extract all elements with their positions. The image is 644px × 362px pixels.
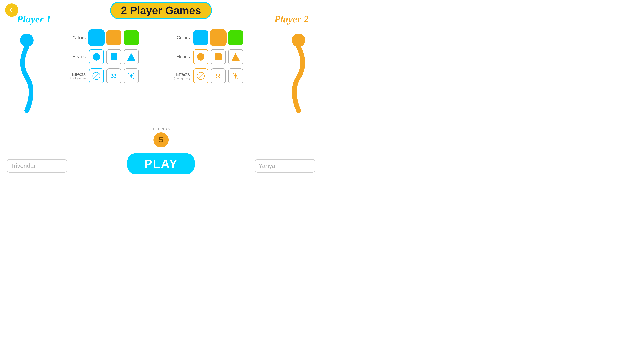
svg-point-24	[219, 77, 220, 78]
player2-head-triangle[interactable]	[228, 49, 243, 64]
svg-point-11	[113, 76, 114, 77]
player2-snake	[285, 33, 312, 117]
svg-point-23	[216, 77, 217, 78]
play-button-label: PLAY	[144, 157, 178, 170]
player2-effect-options	[193, 68, 243, 83]
player1-heads-row: Heads	[67, 49, 151, 64]
player1-effect-sparkle[interactable]	[124, 68, 139, 83]
svg-marker-4	[127, 53, 135, 60]
svg-point-29	[238, 73, 238, 74]
svg-point-10	[114, 77, 116, 78]
svg-rect-17	[215, 53, 222, 60]
player1-label: Player 1	[17, 13, 51, 25]
svg-line-20	[198, 73, 204, 79]
svg-point-27	[233, 73, 234, 74]
svg-point-16	[197, 53, 204, 60]
player1-snake	[14, 33, 40, 117]
player2-head-square[interactable]	[211, 49, 226, 64]
rounds-label: ROUNDS	[152, 127, 170, 131]
svg-point-8	[114, 74, 116, 76]
player1-head-triangle[interactable]	[124, 49, 139, 64]
header-title: 2 Player Games	[121, 4, 201, 16]
player2-colors-row: Colors	[172, 30, 255, 45]
player2-color-cyan[interactable]	[193, 30, 208, 45]
player1-color-options	[89, 30, 139, 45]
svg-line-6	[94, 73, 100, 79]
player1-color-cyan[interactable]	[89, 30, 104, 45]
player2-name-input[interactable]	[255, 159, 315, 173]
rounds-section: ROUNDS 5	[152, 127, 170, 147]
svg-marker-18	[232, 53, 240, 60]
play-button[interactable]: PLAY	[127, 153, 194, 174]
player2-effect-none[interactable]	[193, 68, 208, 83]
player2-head-options	[193, 49, 243, 64]
player2-effect-dots[interactable]	[211, 68, 226, 83]
section-divider	[161, 27, 161, 94]
player1-head-circle[interactable]	[89, 49, 104, 64]
main-content: Colors Heads	[60, 27, 262, 94]
player1-heads-label: Heads	[67, 54, 86, 59]
player2-head-circle[interactable]	[193, 49, 208, 64]
svg-point-7	[111, 74, 113, 76]
svg-point-15	[133, 73, 134, 74]
player1-effect-dots[interactable]	[106, 68, 122, 83]
player2-color-orange[interactable]	[211, 30, 226, 45]
player1-head-options	[89, 49, 139, 64]
svg-point-21	[216, 74, 217, 76]
back-button[interactable]	[5, 3, 18, 17]
player1-head-square[interactable]	[106, 49, 122, 64]
svg-point-2	[93, 53, 100, 60]
player1-effects-label: Effects (coming soon)	[67, 72, 86, 80]
player1-colors-label: Colors	[67, 35, 86, 40]
player1-effect-options	[89, 68, 139, 83]
svg-point-13	[128, 73, 130, 74]
svg-point-9	[111, 77, 113, 78]
player1-color-orange[interactable]	[106, 30, 122, 45]
player1-colors-row: Colors	[67, 30, 151, 45]
player1-effects-row: Effects (coming soon)	[67, 68, 151, 83]
rounds-value[interactable]: 5	[154, 132, 168, 147]
player2-color-options	[193, 30, 243, 45]
player2-heads-row: Heads	[172, 49, 255, 64]
player1-section: Colors Heads	[60, 27, 158, 94]
header-banner: 2 Player Games	[110, 2, 212, 19]
svg-point-28	[238, 78, 238, 79]
player1-color-green[interactable]	[124, 30, 139, 45]
svg-point-22	[219, 74, 220, 76]
player2-section: Colors Heads	[165, 27, 262, 94]
player1-effect-none[interactable]	[89, 68, 104, 83]
player2-effects-row: Effects (coming soon)	[172, 68, 255, 83]
player2-color-green[interactable]	[228, 30, 243, 45]
svg-point-14	[133, 78, 134, 79]
svg-point-25	[218, 76, 219, 77]
player2-label: Player 2	[274, 13, 308, 25]
player2-effects-label: Effects (coming soon)	[172, 72, 190, 80]
player2-effect-sparkle[interactable]	[228, 68, 243, 83]
player2-heads-label: Heads	[172, 54, 190, 59]
svg-rect-3	[110, 53, 117, 60]
player1-name-input[interactable]	[7, 159, 67, 173]
player2-colors-label: Colors	[172, 35, 190, 40]
